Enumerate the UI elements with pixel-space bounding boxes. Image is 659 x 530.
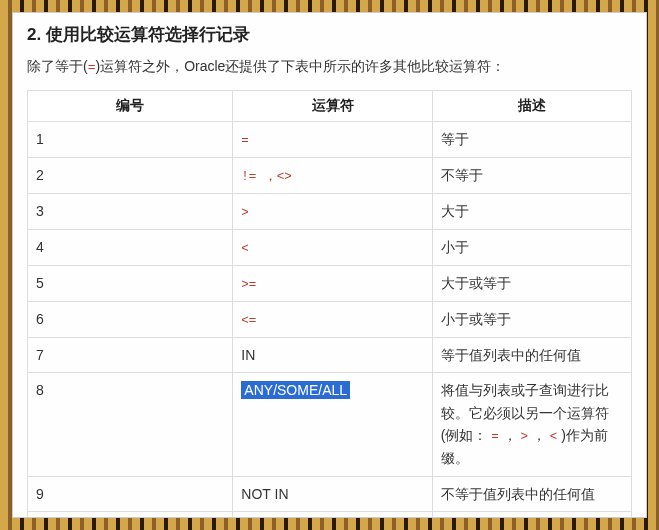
table-row: 4 < 小于 bbox=[28, 230, 632, 266]
cell-desc: 不等于值列表中的任何值 bbox=[432, 476, 631, 511]
table-row: 5 >= 大于或等于 bbox=[28, 266, 632, 302]
cell-desc: 不等于 bbox=[432, 158, 631, 194]
col-header-description: 描述 bbox=[432, 91, 631, 122]
cell-op: != ，<> bbox=[233, 158, 432, 194]
cell-num: 4 bbox=[28, 230, 233, 266]
cell-op: >= bbox=[233, 266, 432, 302]
desc-text: ， bbox=[528, 427, 550, 443]
table-header-row: 编号 运算符 描述 bbox=[28, 91, 632, 122]
desc-code: = bbox=[491, 430, 499, 444]
cell-num: 9 bbox=[28, 476, 233, 511]
table-row: 6 <= 小于或等于 bbox=[28, 302, 632, 338]
cell-op: IN bbox=[233, 338, 432, 373]
cell-desc: 大于 bbox=[432, 194, 631, 230]
desc-text: ， bbox=[499, 427, 517, 443]
table-row: 8 ANY/SOME/ALL 将值与列表或子查询进行比较。它必须以另一个运算符(… bbox=[28, 373, 632, 476]
table-row: 2 != ，<> 不等于 bbox=[28, 158, 632, 194]
op-code: > bbox=[241, 206, 249, 220]
cell-num: 2 bbox=[28, 158, 233, 194]
table-row: 7 IN 等于值列表中的任何值 bbox=[28, 338, 632, 373]
op-code: <= bbox=[241, 314, 256, 328]
col-header-number: 编号 bbox=[28, 91, 233, 122]
cell-num: 7 bbox=[28, 338, 233, 373]
operators-table: 编号 运算符 描述 1 = 等于 2 != ，<> 不等于 3 > 大于 4 bbox=[27, 90, 632, 518]
cell-desc: 小于 bbox=[432, 230, 631, 266]
cell-num: 10 bbox=[28, 511, 233, 518]
cell-num: 8 bbox=[28, 373, 233, 476]
intro-text-suffix: )运算符之外，Oracle还提供了下表中所示的许多其他比较运算符： bbox=[95, 58, 505, 74]
op-code: >= bbox=[241, 278, 256, 292]
cell-desc: 等于 bbox=[432, 122, 631, 158]
op-code: < bbox=[241, 242, 249, 256]
op-highlighted: ANY/SOME/ALL bbox=[241, 381, 350, 399]
cell-num: 3 bbox=[28, 194, 233, 230]
document-page: 2. 使用比较运算符选择行记录 除了等于(=)运算符之外，Oracle还提供了下… bbox=[12, 12, 647, 518]
table-row: 10 [NOT] BETWEEN n AND m 相当于 [Not] >= n … bbox=[28, 511, 632, 518]
cell-num: 5 bbox=[28, 266, 233, 302]
cell-op: > bbox=[233, 194, 432, 230]
cell-desc: 小于或等于 bbox=[432, 302, 631, 338]
section-heading: 2. 使用比较运算符选择行记录 bbox=[27, 23, 632, 46]
intro-paragraph: 除了等于(=)运算符之外，Oracle还提供了下表中所示的许多其他比较运算符： bbox=[27, 58, 632, 76]
op-code: != ，<> bbox=[241, 170, 292, 184]
intro-text-prefix: 除了等于( bbox=[27, 58, 88, 74]
cell-desc: 大于或等于 bbox=[432, 266, 631, 302]
desc-code: > bbox=[521, 430, 529, 444]
cell-desc: 相当于 [Not] >= n 且 < = y 。 bbox=[432, 511, 631, 518]
cell-desc: 等于值列表中的任何值 bbox=[432, 338, 631, 373]
table-row: 3 > 大于 bbox=[28, 194, 632, 230]
table-row: 1 = 等于 bbox=[28, 122, 632, 158]
cell-op: NOT IN bbox=[233, 476, 432, 511]
col-header-operator: 运算符 bbox=[233, 91, 432, 122]
cell-op: <= bbox=[233, 302, 432, 338]
cell-num: 6 bbox=[28, 302, 233, 338]
cell-num: 1 bbox=[28, 122, 233, 158]
cell-op: ANY/SOME/ALL bbox=[233, 373, 432, 476]
cell-op: < bbox=[233, 230, 432, 266]
cell-op: = bbox=[233, 122, 432, 158]
cell-desc: 将值与列表或子查询进行比较。它必须以另一个运算符(例如： = ， > ， < )… bbox=[432, 373, 631, 476]
cell-op: [NOT] BETWEEN n AND m bbox=[233, 511, 432, 518]
op-code: = bbox=[241, 134, 249, 148]
table-row: 9 NOT IN 不等于值列表中的任何值 bbox=[28, 476, 632, 511]
